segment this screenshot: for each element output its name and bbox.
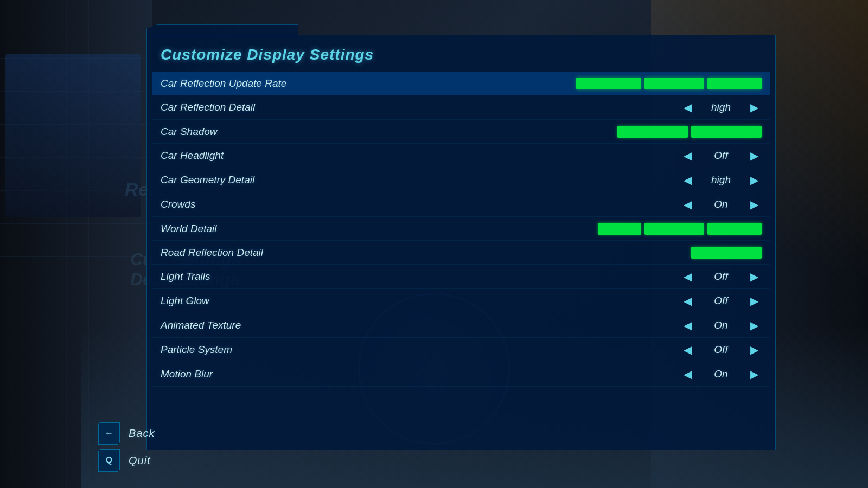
setting-name: Light Trails (161, 271, 388, 282)
arrow-left-button[interactable]: ◀ (680, 318, 695, 333)
setting-value: high (699, 174, 743, 186)
arrow-left-button[interactable]: ◀ (680, 367, 695, 382)
progress-bar (691, 126, 762, 138)
setting-control: ◀Off▶ (388, 293, 762, 309)
bar-group (617, 126, 762, 138)
setting-name: Car Headlight (161, 150, 388, 162)
bar-group (598, 223, 762, 235)
setting-name: Particle System (161, 344, 388, 356)
setting-row[interactable]: Road Reflection Detail (152, 241, 770, 265)
progress-bar (576, 78, 641, 89)
bottom-navigation: ← Back Q Quit (98, 422, 155, 472)
progress-bar (644, 223, 704, 235)
setting-row[interactable]: Particle System◀Off▶ (152, 338, 770, 362)
quit-button[interactable]: Q Quit (98, 449, 155, 472)
setting-value: Off (699, 344, 743, 356)
progress-bar (644, 78, 704, 89)
setting-row[interactable]: Car Geometry Detail◀high▶ (152, 168, 770, 192)
setting-name: Road Reflection Detail (161, 247, 388, 259)
setting-name: Motion Blur (161, 368, 388, 380)
setting-control: ◀Off▶ (388, 342, 762, 357)
progress-bar (598, 223, 641, 235)
progress-bar (707, 78, 762, 89)
arrow-left-button[interactable]: ◀ (680, 269, 695, 284)
setting-row[interactable]: Car Headlight◀Off▶ (152, 144, 770, 168)
settings-list: Car Reflection Update RateCar Reflection… (147, 72, 775, 387)
setting-name: Light Glow (161, 295, 388, 307)
arrow-left-button[interactable]: ◀ (680, 342, 695, 357)
setting-control: ◀high▶ (388, 172, 762, 188)
panel-title: Customize Display Settings (147, 35, 775, 72)
setting-value: high (699, 101, 743, 113)
setting-control (388, 78, 762, 89)
setting-control: ◀On▶ (388, 318, 762, 333)
setting-name: Car Reflection Update Rate (161, 78, 388, 89)
setting-row[interactable]: Crowds◀On▶ (152, 192, 770, 217)
bar-group (691, 247, 762, 259)
bg-city-art (5, 54, 141, 217)
setting-value: Off (699, 295, 743, 307)
quit-label: Quit (129, 454, 151, 467)
progress-bar (617, 126, 688, 138)
setting-control: ◀On▶ (388, 367, 762, 382)
arrow-right-button[interactable]: ▶ (747, 100, 762, 115)
arrow-left-button[interactable]: ◀ (680, 148, 695, 163)
arrow-right-button[interactable]: ▶ (747, 269, 762, 284)
settings-panel: Customize Display Settings Car Reflectio… (146, 35, 776, 450)
setting-row[interactable]: Animated Texture◀On▶ (152, 313, 770, 338)
setting-value: Off (699, 150, 743, 162)
setting-name: Car Shadow (161, 126, 388, 138)
back-label: Back (129, 427, 155, 440)
arrow-right-button[interactable]: ▶ (747, 148, 762, 163)
setting-control: ◀Off▶ (388, 269, 762, 284)
setting-row[interactable]: World Detail (152, 217, 770, 241)
setting-value: Off (699, 271, 743, 282)
progress-bar (707, 223, 762, 235)
setting-value: On (699, 368, 743, 380)
setting-row[interactable]: Car Reflection Detail◀high▶ (152, 95, 770, 120)
arrow-right-button[interactable]: ▶ (747, 318, 762, 333)
setting-name: Car Reflection Detail (161, 101, 388, 113)
arrow-left-button[interactable]: ◀ (680, 293, 695, 309)
setting-control: ◀On▶ (388, 197, 762, 212)
setting-value: On (699, 198, 743, 210)
setting-row[interactable]: Car Shadow (152, 120, 770, 144)
progress-bar (691, 247, 762, 259)
arrow-right-button[interactable]: ▶ (747, 342, 762, 357)
setting-name: Car Geometry Detail (161, 174, 388, 186)
arrow-left-button[interactable]: ◀ (680, 100, 695, 115)
bar-group (576, 78, 762, 89)
setting-control: ◀high▶ (388, 100, 762, 115)
arrow-right-button[interactable]: ▶ (747, 172, 762, 188)
setting-row[interactable]: Light Trails◀Off▶ (152, 265, 770, 289)
setting-name: World Detail (161, 223, 388, 235)
setting-row[interactable]: Motion Blur◀On▶ (152, 362, 770, 387)
setting-row[interactable]: Car Reflection Update Rate (152, 72, 770, 95)
setting-control: ◀Off▶ (388, 148, 762, 163)
setting-value: On (699, 319, 743, 331)
setting-control (388, 247, 762, 259)
back-button[interactable]: ← Back (98, 422, 155, 445)
quit-key-icon: Q (98, 449, 120, 472)
setting-control (388, 126, 762, 138)
setting-name: Animated Texture (161, 319, 388, 331)
setting-row[interactable]: Light Glow◀Off▶ (152, 289, 770, 313)
arrow-right-button[interactable]: ▶ (747, 197, 762, 212)
back-key-icon: ← (98, 422, 120, 445)
arrow-right-button[interactable]: ▶ (747, 367, 762, 382)
arrow-left-button[interactable]: ◀ (680, 172, 695, 188)
setting-name: Crowds (161, 198, 388, 210)
arrow-left-button[interactable]: ◀ (680, 197, 695, 212)
arrow-right-button[interactable]: ▶ (747, 293, 762, 309)
setting-control (388, 223, 762, 235)
